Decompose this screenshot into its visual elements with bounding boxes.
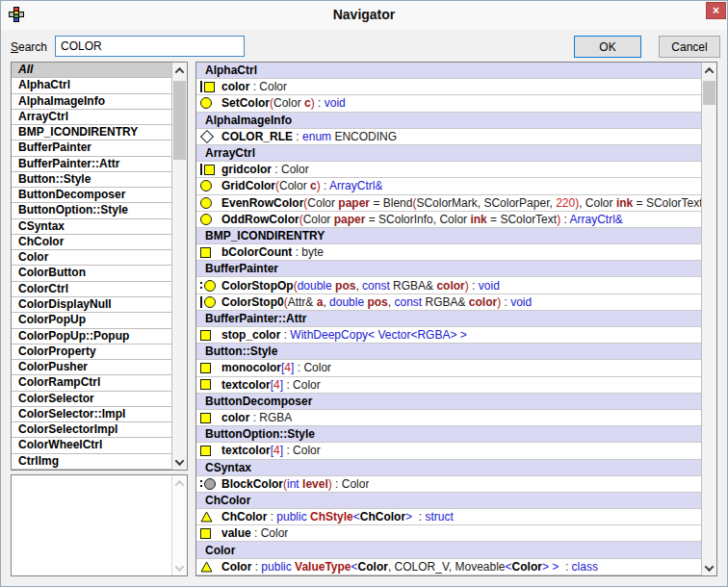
- section-header-row[interactable]: Color: [196, 542, 701, 558]
- code-segment: textcolor: [221, 444, 271, 457]
- section-header-row[interactable]: ChColor: [196, 493, 701, 509]
- section-header-row[interactable]: ButtonDecomposer: [196, 394, 701, 410]
- member-signature: ColorStopOp(double pos, const RGBA& colo…: [221, 279, 500, 293]
- code-segment: int: [287, 477, 299, 491]
- code-segment: GridColor: [221, 179, 275, 192]
- member-row[interactable]: Color : public ValueType<Color, COLOR_V,…: [196, 559, 701, 575]
- cancel-button[interactable]: Cancel: [659, 36, 720, 58]
- member-row[interactable]: monocolor[4] : Color: [196, 360, 701, 376]
- class-list-item[interactable]: AlphaCtrl: [12, 78, 171, 93]
- class-list-item[interactable]: ColorDisplayNull: [12, 297, 171, 313]
- class-list-item[interactable]: ColorCtrl: [12, 282, 171, 297]
- member-row[interactable]: ColorStop0(Attr& a, double pos, const RG…: [196, 294, 701, 311]
- field-icon: [200, 528, 211, 539]
- titlebar[interactable]: Navigator ×: [1, 1, 727, 30]
- member-row[interactable]: textcolor[4] : Color: [196, 377, 701, 394]
- section-header-row[interactable]: BufferPainter::Attr: [196, 311, 701, 327]
- section-header-row[interactable]: AlphaCtrl: [196, 63, 701, 79]
- member-row[interactable]: OddRowColor(Color paper = SColorInfo, Co…: [196, 212, 701, 228]
- section-header-row[interactable]: CSyntax: [196, 460, 701, 476]
- class-list-item[interactable]: ColorButton: [12, 266, 171, 281]
- code-segment: ENCODING: [331, 130, 397, 143]
- code-segment: : Color: [251, 526, 289, 540]
- member-row[interactable]: bColorCount : byte: [196, 244, 701, 261]
- member-row[interactable]: BlockColor(int level) : Color: [196, 476, 701, 493]
- code-segment: :: [559, 560, 571, 574]
- class-list-item[interactable]: ColorPopUp: [12, 313, 171, 328]
- class-list-item[interactable]: ChColor: [12, 235, 171, 250]
- section-header-row[interactable]: ButtonOption::Style: [196, 426, 701, 443]
- class-list-item[interactable]: All: [12, 63, 171, 78]
- class-list-item[interactable]: BMP_ICONDIRENTRY: [12, 125, 171, 140]
- member-row[interactable]: COLOR_RLE : enum ENCODING: [196, 129, 701, 145]
- code-segment: void: [325, 96, 346, 110]
- member-icon-group: [200, 511, 217, 523]
- class-list-item[interactable]: ButtonDecomposer: [12, 188, 171, 203]
- member-row[interactable]: textcolor[4] : Color: [196, 443, 701, 459]
- member-row[interactable]: SetColor(Color c) : void: [196, 95, 701, 112]
- class-list-item[interactable]: ArrayCtrl: [12, 110, 171, 125]
- modifier-bar-icon: [200, 81, 202, 92]
- code-segment: paper: [334, 213, 366, 226]
- code-segment: : Color: [332, 477, 370, 491]
- class-list-item[interactable]: ColorProperty: [12, 345, 171, 360]
- scroll-up-arrow-icon[interactable]: [702, 63, 716, 78]
- scrollbar-thumb[interactable]: [703, 81, 715, 105]
- member-rows: AlphaCtrlcolor : ColorSetColor(Color c) …: [196, 63, 701, 575]
- class-list-item[interactable]: CSyntax: [12, 219, 171, 235]
- member-list-scrollbar[interactable]: [701, 63, 716, 575]
- section-header-row[interactable]: Button::Style: [196, 344, 701, 360]
- member-signature: SetColor(Color c) : void: [221, 96, 346, 110]
- member-row[interactable]: EvenRowColor(Color paper = Blend(SColorM…: [196, 195, 701, 212]
- field-icon: [200, 330, 211, 341]
- section-header-row[interactable]: BMP_ICONDIRENTRY: [196, 228, 701, 244]
- code-segment: Color: [307, 196, 338, 210]
- class-list-item[interactable]: ColorSelector::Impl: [12, 407, 171, 422]
- class-list-item[interactable]: BufferPainter::Attr: [12, 157, 171, 172]
- section-header-row[interactable]: ArrayCtrl: [196, 145, 701, 162]
- code-segment: ink: [470, 213, 486, 226]
- class-list-item[interactable]: CtrlImg: [12, 454, 171, 470]
- member-row[interactable]: ChColor : public ChStyle<ChColor> : stru…: [196, 509, 701, 525]
- class-list-item[interactable]: Button::Style: [12, 172, 171, 188]
- scroll-up-arrow-icon[interactable]: [172, 63, 187, 78]
- member-row[interactable]: GridColor(Color c) : ArrayCtrl&: [196, 178, 701, 194]
- search-input[interactable]: [55, 36, 245, 57]
- class-list-item[interactable]: ColorSelector: [12, 392, 171, 407]
- class-list-item[interactable]: ColorWheelCtrl: [12, 438, 171, 453]
- section-header-row[interactable]: BufferPainter: [196, 261, 701, 277]
- class-list-item[interactable]: ColorSelectorImpl: [12, 422, 171, 438]
- code-segment: struct: [425, 510, 453, 523]
- section-header-row[interactable]: AlphaImageInfo: [196, 113, 701, 129]
- member-row[interactable]: gridcolor : Color: [196, 162, 701, 178]
- class-list-item[interactable]: ButtonOption::Style: [12, 203, 171, 218]
- class-list-item[interactable]: AlphaImageInfo: [12, 94, 171, 110]
- code-segment: <: [353, 510, 360, 523]
- scroll-down-arrow-icon[interactable]: [172, 454, 187, 470]
- class-list-item[interactable]: ColorPopUp::Popup: [12, 329, 171, 345]
- class-list-item[interactable]: ColorPusher: [12, 360, 171, 375]
- method-icon: [204, 280, 216, 292]
- field-icon: [200, 446, 211, 456]
- member-signature: EvenRowColor(Color paper = Blend(SColorM…: [221, 196, 701, 210]
- code-segment: Color: [358, 560, 388, 574]
- scrollbar-thumb[interactable]: [173, 81, 186, 160]
- class-list-item[interactable]: BufferPainter: [12, 140, 171, 156]
- class-list-item[interactable]: Color: [12, 250, 171, 266]
- member-row[interactable]: value : Color: [196, 525, 701, 542]
- code-segment: level: [302, 477, 328, 491]
- close-button[interactable]: ×: [706, 2, 726, 19]
- code-segment: :: [412, 510, 425, 523]
- member-signature: stop_color : WithDeepCopy< Vector<RGBA> …: [221, 328, 467, 342]
- field-icon: [200, 413, 211, 423]
- member-row[interactable]: color : Color: [196, 79, 701, 95]
- member-row[interactable]: ColorStopOp(double pos, const RGBA& colo…: [196, 277, 701, 294]
- class-list-item[interactable]: ColorRampCtrl: [12, 375, 171, 391]
- method-icon: [204, 296, 216, 308]
- member-row[interactable]: color : RGBA: [196, 410, 701, 426]
- class-list-scrollbar[interactable]: [171, 63, 187, 470]
- ok-button[interactable]: OK: [574, 36, 641, 58]
- member-row[interactable]: stop_color : WithDeepCopy< Vector<RGBA> …: [196, 327, 701, 344]
- scroll-down-arrow-icon[interactable]: [702, 560, 716, 575]
- member-icon-group: [200, 97, 217, 109]
